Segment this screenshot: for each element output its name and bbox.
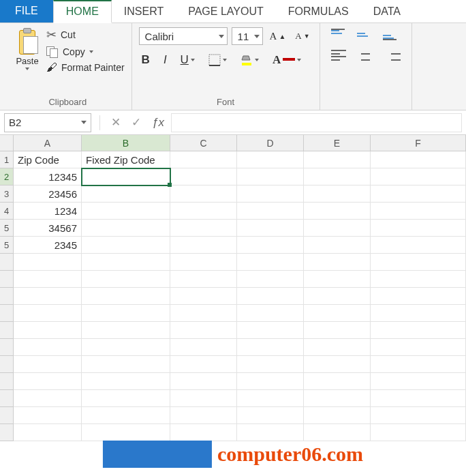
cell[interactable] <box>237 288 304 305</box>
row-header[interactable] <box>0 271 14 288</box>
cell[interactable]: 12345 <box>14 168 82 185</box>
cell[interactable] <box>237 356 304 373</box>
formula-bar[interactable] <box>171 113 462 132</box>
cell[interactable] <box>82 168 170 185</box>
cell[interactable] <box>82 322 170 339</box>
accept-formula-button[interactable]: ✓ <box>131 115 141 130</box>
column-header-f[interactable]: F <box>371 135 466 151</box>
column-header-b[interactable]: B <box>82 135 170 151</box>
cell[interactable] <box>237 424 304 441</box>
paste-dropdown-icon[interactable] <box>25 68 29 70</box>
cell[interactable] <box>304 305 371 322</box>
row-header[interactable] <box>0 254 14 271</box>
cell[interactable] <box>14 305 82 322</box>
row-header[interactable] <box>0 305 14 322</box>
cell[interactable]: Zip Code <box>14 151 82 168</box>
cell[interactable] <box>371 288 466 305</box>
cell[interactable] <box>170 424 237 441</box>
cell[interactable] <box>237 203 304 220</box>
cell[interactable] <box>371 151 466 168</box>
align-bottom-button[interactable] <box>380 27 399 42</box>
cell[interactable] <box>82 373 170 390</box>
cell[interactable] <box>237 168 304 185</box>
tab-data[interactable]: DATA <box>361 0 413 23</box>
cell[interactable] <box>170 220 237 237</box>
cell[interactable]: 2345 <box>14 237 82 254</box>
cell[interactable] <box>304 424 371 441</box>
cell[interactable] <box>371 168 466 185</box>
cell[interactable] <box>82 288 170 305</box>
cell[interactable] <box>170 185 237 203</box>
cells-area[interactable]: Zip CodeFixed Zip Code123452345612343456… <box>14 151 466 441</box>
cell[interactable] <box>304 220 371 237</box>
cell[interactable] <box>170 288 237 305</box>
cell[interactable] <box>371 373 466 390</box>
column-header-d[interactable]: D <box>237 135 304 151</box>
format-painter-button[interactable]: 🖌 Format Painter <box>46 61 125 74</box>
cell[interactable] <box>371 407 466 424</box>
cell[interactable] <box>304 407 371 424</box>
cell[interactable] <box>237 151 304 168</box>
cell[interactable] <box>170 151 237 168</box>
chevron-down-icon[interactable] <box>81 121 87 124</box>
cell[interactable] <box>170 305 237 322</box>
cell[interactable] <box>371 322 466 339</box>
cell[interactable] <box>170 373 237 390</box>
grow-font-button[interactable]: A▲ <box>267 29 289 44</box>
fill-color-button[interactable] <box>238 53 262 68</box>
row-header[interactable]: 2 <box>0 168 14 185</box>
tab-page-layout[interactable]: PAGE LAYOUT <box>176 0 276 23</box>
cell[interactable] <box>371 390 466 407</box>
cell[interactable] <box>237 390 304 407</box>
row-header[interactable]: 1 <box>0 151 14 168</box>
cut-button[interactable]: ✂ Cut <box>46 27 125 42</box>
cell[interactable] <box>371 271 466 288</box>
align-center-button[interactable] <box>356 48 376 62</box>
paste-button[interactable]: Paste <box>11 27 44 74</box>
cell[interactable] <box>304 271 371 288</box>
row-header[interactable] <box>0 288 14 305</box>
row-header[interactable]: 4 <box>0 203 14 220</box>
cell[interactable] <box>371 254 466 271</box>
cell[interactable] <box>14 407 82 424</box>
cell[interactable] <box>304 254 371 271</box>
cell[interactable] <box>304 373 371 390</box>
cell[interactable] <box>304 237 371 254</box>
cell[interactable] <box>371 220 466 237</box>
underline-button[interactable]: U <box>178 52 198 68</box>
cell[interactable] <box>371 203 466 220</box>
shrink-font-button[interactable]: A▼ <box>292 29 312 43</box>
cell[interactable] <box>170 271 237 288</box>
cell[interactable] <box>304 339 371 356</box>
copy-dropdown-icon[interactable] <box>89 50 93 53</box>
align-middle-button[interactable] <box>354 27 373 42</box>
row-header[interactable] <box>0 356 14 373</box>
cell[interactable] <box>82 237 170 254</box>
cell[interactable] <box>237 373 304 390</box>
cell[interactable] <box>170 203 237 220</box>
cell[interactable] <box>14 254 82 271</box>
cell[interactable] <box>82 356 170 373</box>
cell[interactable] <box>170 390 237 407</box>
font-name-select[interactable]: Calibri <box>139 27 228 45</box>
cell[interactable] <box>237 220 304 237</box>
cell[interactable] <box>14 390 82 407</box>
select-all-corner[interactable] <box>0 135 14 151</box>
cancel-formula-button[interactable]: ✕ <box>111 115 121 130</box>
cell[interactable] <box>14 339 82 356</box>
cell[interactable] <box>82 220 170 237</box>
cell[interactable] <box>14 373 82 390</box>
cell[interactable] <box>170 254 237 271</box>
cell[interactable] <box>82 390 170 407</box>
row-header[interactable]: 5 <box>0 237 14 254</box>
cell[interactable] <box>14 271 82 288</box>
row-header[interactable] <box>0 407 14 424</box>
tab-insert[interactable]: INSERT <box>112 0 176 23</box>
bold-button[interactable]: B <box>139 52 153 68</box>
cell[interactable] <box>304 168 371 185</box>
cell[interactable] <box>237 185 304 203</box>
italic-button[interactable]: I <box>161 52 170 68</box>
cell[interactable] <box>304 203 371 220</box>
cell[interactable] <box>170 237 237 254</box>
cell[interactable]: 23456 <box>14 185 82 203</box>
